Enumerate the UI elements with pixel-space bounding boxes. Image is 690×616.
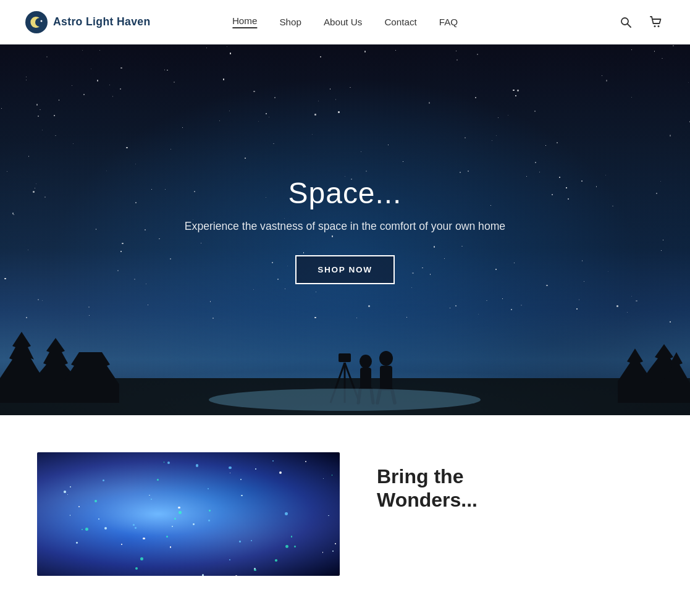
section-heading: Bring the Wonders... bbox=[377, 465, 653, 512]
header-actions bbox=[617, 13, 665, 32]
nebula-decoration bbox=[37, 452, 340, 576]
logo-link[interactable]: Astro Light Haven bbox=[25, 11, 151, 34]
site-header: Astro Light Haven Home Shop About Us Con… bbox=[0, 0, 690, 44]
svg-point-4 bbox=[654, 25, 656, 27]
svg-point-0 bbox=[25, 11, 48, 33]
nav-home[interactable]: Home bbox=[232, 15, 258, 28]
search-icon bbox=[620, 16, 632, 28]
hero-content: Space... Experience the vastness of spac… bbox=[172, 176, 518, 284]
hero-title: Space... bbox=[185, 176, 505, 210]
hero-section: // Generate stars inline after DOM ready… bbox=[0, 44, 690, 415]
search-button[interactable] bbox=[617, 14, 634, 31]
cart-icon bbox=[649, 15, 663, 29]
nav-contact[interactable]: Contact bbox=[384, 17, 416, 27]
hero-subtitle: Experience the vastness of space in the … bbox=[185, 220, 505, 233]
svg-point-16 bbox=[379, 351, 393, 366]
nav-about[interactable]: About Us bbox=[324, 17, 362, 27]
logo-text: Astro Light Haven bbox=[53, 15, 151, 28]
product-image-wrap bbox=[37, 452, 340, 576]
svg-rect-17 bbox=[380, 366, 392, 390]
cart-button[interactable] bbox=[647, 13, 665, 32]
svg-point-12 bbox=[360, 355, 372, 368]
svg-rect-11 bbox=[339, 353, 351, 362]
nav-shop[interactable]: Shop bbox=[279, 17, 301, 27]
svg-point-5 bbox=[658, 25, 660, 27]
svg-line-3 bbox=[628, 23, 631, 27]
shop-now-button[interactable]: SHOP NOW bbox=[295, 255, 394, 284]
svg-point-1 bbox=[41, 20, 43, 22]
ground-silhouette bbox=[0, 279, 690, 415]
section-heading-line2: Wonders... bbox=[377, 489, 478, 511]
main-nav: Home Shop About Us Contact FAQ bbox=[232, 15, 458, 28]
logo-icon bbox=[25, 11, 48, 34]
section-text: Bring the Wonders... bbox=[377, 452, 653, 512]
nav-faq[interactable]: FAQ bbox=[439, 17, 458, 27]
features-section: Bring the Wonders... bbox=[0, 415, 690, 576]
section-heading-line1: Bring the bbox=[377, 465, 463, 487]
svg-rect-13 bbox=[360, 368, 371, 389]
product-image bbox=[37, 452, 340, 576]
svg-point-20 bbox=[209, 389, 481, 411]
